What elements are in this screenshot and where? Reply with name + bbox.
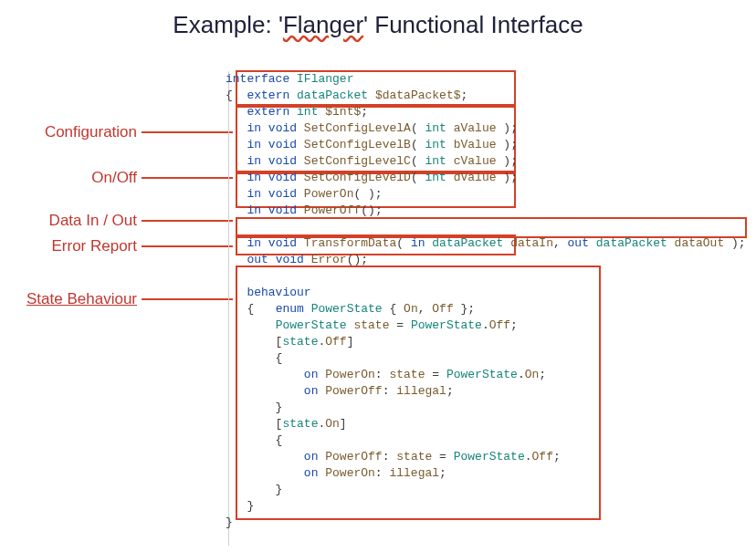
interface-name: IFlanger xyxy=(297,72,353,86)
title-prefix: Example: ' xyxy=(173,11,283,38)
label-line-onoff xyxy=(142,177,233,179)
code-block: interface IFlanger { extern dataPacket $… xyxy=(226,55,737,531)
label-line-behaviour xyxy=(142,298,233,300)
title-suffix: ' Functional Interface xyxy=(363,11,583,38)
open-brace: { xyxy=(226,89,233,102)
label-dataio: Data In / Out xyxy=(0,212,137,230)
label-behaviour: State Behaviour xyxy=(0,290,137,308)
label-line-dataio xyxy=(142,220,233,222)
title-flanger: Flanger xyxy=(283,11,363,38)
kw-behaviour: behaviour xyxy=(247,286,310,299)
label-line-configuration xyxy=(142,131,233,133)
label-line-error xyxy=(142,245,233,247)
label-configuration: Configuration xyxy=(0,123,137,141)
close-brace: } xyxy=(226,516,233,529)
slide-title: Example: 'Flanger' Functional Interface xyxy=(0,11,756,39)
label-error: Error Report xyxy=(0,237,137,255)
kw-interface: interface xyxy=(226,72,289,86)
label-onoff: On/Off xyxy=(0,169,137,187)
